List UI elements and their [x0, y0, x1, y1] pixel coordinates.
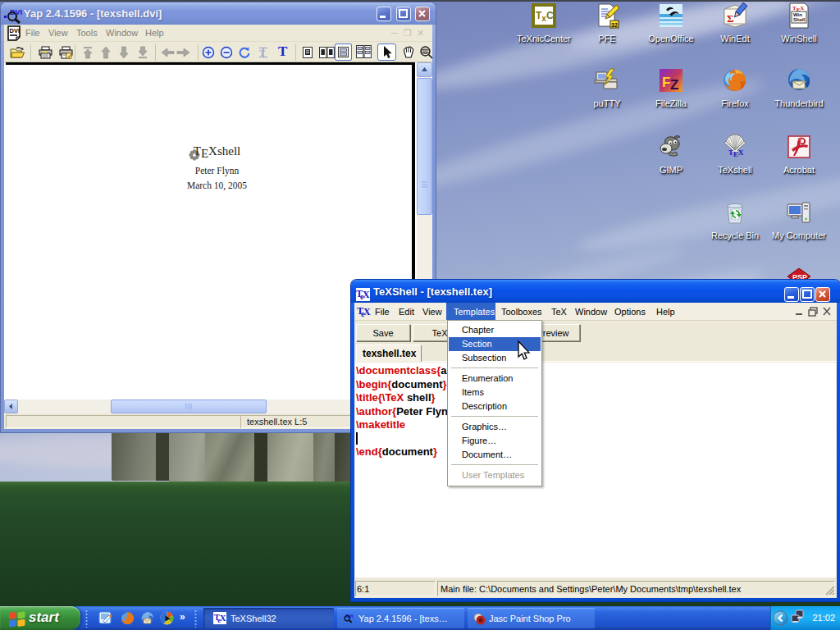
svg-text:X: X — [363, 289, 370, 300]
svg-text:X: X — [220, 614, 226, 623]
svg-text:F: F — [662, 75, 670, 90]
svg-text:X: X — [363, 306, 371, 317]
svg-text:TEX: TEX — [728, 148, 744, 158]
svg-text:32: 32 — [611, 22, 618, 28]
svg-text:Shell: Shell — [793, 17, 806, 22]
svg-text:✓: ✓ — [67, 53, 72, 59]
svg-text:T: T — [259, 48, 265, 57]
svg-text:Z: Z — [670, 77, 678, 93]
svg-text:Σ: Σ — [727, 12, 734, 25]
svg-text:DVI: DVI — [10, 27, 21, 34]
